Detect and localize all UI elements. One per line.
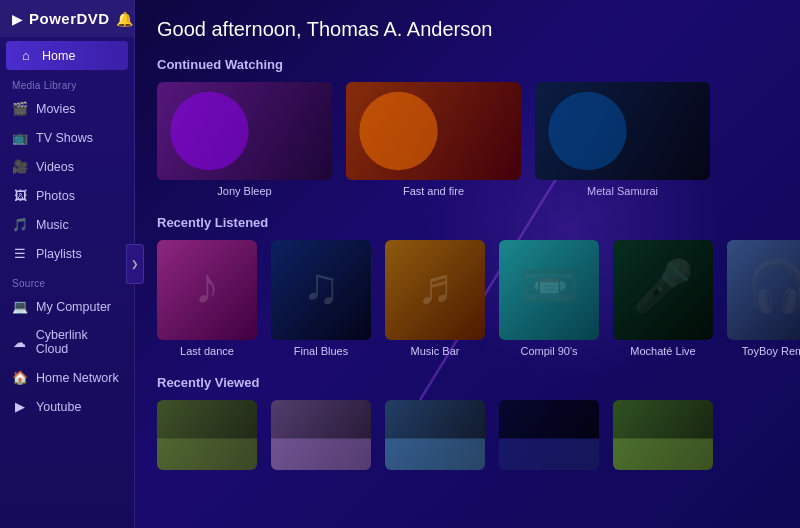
sidebar-item-youtube[interactable]: ▶ Youtube xyxy=(0,392,134,421)
media-card-rv2[interactable] xyxy=(271,400,371,470)
sidebar-item-label: Youtube xyxy=(36,400,81,414)
media-card-metal-samurai[interactable]: Metal Samurai xyxy=(535,82,710,197)
media-label-compil-90s: Compil 90's xyxy=(520,345,577,357)
photos-icon: 🖼 xyxy=(12,188,28,203)
media-thumb-final-blues xyxy=(271,240,371,340)
media-card-music-bar[interactable]: Music Bar xyxy=(385,240,485,357)
media-thumb-rv2 xyxy=(271,400,371,470)
sidebar-header: ▶ PowerDVD 🔔 xyxy=(0,0,134,37)
media-card-compil-90s[interactable]: Compil 90's xyxy=(499,240,599,357)
continued-watching-section: Continued Watching Jony Bleep Fast and f… xyxy=(157,57,778,197)
media-card-rv3[interactable] xyxy=(385,400,485,470)
media-thumb-rv1 xyxy=(157,400,257,470)
cloud-icon: ☁ xyxy=(12,335,28,350)
sidebar-collapse-button[interactable]: ❯ xyxy=(126,244,144,284)
media-thumb-rv5 xyxy=(613,400,713,470)
movies-icon: 🎬 xyxy=(12,101,28,116)
media-card-mochate-live[interactable]: Mochaté Live xyxy=(613,240,713,357)
sidebar-item-label: Cyberlink Cloud xyxy=(36,328,122,356)
media-label-metal-samurai: Metal Samurai xyxy=(587,185,658,197)
media-thumb-last-dance xyxy=(157,240,257,340)
media-card-rv5[interactable] xyxy=(613,400,713,470)
continued-watching-title: Continued Watching xyxy=(157,57,778,72)
main-content: Good afternoon, Thomas A. Anderson Conti… xyxy=(135,0,800,528)
media-card-toyboy-remix[interactable]: ToyBoy Remix xyxy=(727,240,800,357)
media-label-toyboy-remix: ToyBoy Remix xyxy=(742,345,800,357)
tvshows-icon: 📺 xyxy=(12,130,28,145)
sidebar-item-label: Photos xyxy=(36,189,75,203)
media-card-rv1[interactable] xyxy=(157,400,257,470)
sidebar-item-photos[interactable]: 🖼 Photos xyxy=(0,181,134,210)
media-thumb-rv3 xyxy=(385,400,485,470)
media-thumb-rv4 xyxy=(499,400,599,470)
media-card-fast-fire[interactable]: Fast and fire xyxy=(346,82,521,197)
sidebar-item-home[interactable]: ⌂ Home xyxy=(6,41,128,70)
media-label-mochate-live: Mochaté Live xyxy=(630,345,695,357)
youtube-icon: ▶ xyxy=(12,399,28,414)
sidebar-item-mycomputer[interactable]: 💻 My Computer xyxy=(0,292,134,321)
sidebar-item-music[interactable]: 🎵 Music xyxy=(0,210,134,239)
media-thumb-jony-bleep xyxy=(157,82,332,180)
sidebar-item-label: Music xyxy=(36,218,69,232)
media-thumb-fast-fire xyxy=(346,82,521,180)
home-icon: ⌂ xyxy=(18,48,34,63)
media-label-fast-fire: Fast and fire xyxy=(403,185,464,197)
media-card-rv4[interactable] xyxy=(499,400,599,470)
media-label-last-dance: Last dance xyxy=(180,345,234,357)
sidebar-section-source: Source xyxy=(0,268,134,292)
media-label-music-bar: Music Bar xyxy=(411,345,460,357)
continued-watching-row: Jony Bleep Fast and fire Metal Samurai xyxy=(157,82,778,197)
sidebar-item-label: Movies xyxy=(36,102,76,116)
music-icon: 🎵 xyxy=(12,217,28,232)
sidebar-item-label: My Computer xyxy=(36,300,111,314)
sidebar-item-tvshows[interactable]: 📺 TV Shows xyxy=(0,123,134,152)
sidebar-item-label: Playlists xyxy=(36,247,82,261)
app-logo-icon: ▶ xyxy=(12,11,23,27)
recently-listened-section: Recently Listened Last dance Final Blues… xyxy=(157,215,778,357)
sidebar-item-label: TV Shows xyxy=(36,131,93,145)
media-label-jony-bleep: Jony Bleep xyxy=(217,185,271,197)
media-thumb-compil-90s xyxy=(499,240,599,340)
sidebar-item-videos[interactable]: 🎥 Videos xyxy=(0,152,134,181)
computer-icon: 💻 xyxy=(12,299,28,314)
media-card-last-dance[interactable]: Last dance xyxy=(157,240,257,357)
greeting-text: Good afternoon, Thomas A. Anderson xyxy=(157,18,778,41)
sidebar-item-movies[interactable]: 🎬 Movies xyxy=(0,94,134,123)
media-thumb-metal-samurai xyxy=(535,82,710,180)
videos-icon: 🎥 xyxy=(12,159,28,174)
app-title: PowerDVD xyxy=(29,10,110,27)
sidebar-item-label: Home xyxy=(42,49,75,63)
sidebar-nav: ⌂ Home Media Library 🎬 Movies 📺 TV Shows… xyxy=(0,37,134,425)
recently-viewed-row xyxy=(157,400,778,470)
playlists-icon: ☰ xyxy=(12,246,28,261)
sidebar-item-playlists[interactable]: ☰ Playlists xyxy=(0,239,134,268)
sidebar-item-label: Videos xyxy=(36,160,74,174)
media-thumb-music-bar xyxy=(385,240,485,340)
recently-listened-title: Recently Listened xyxy=(157,215,778,230)
media-thumb-mochate-live xyxy=(613,240,713,340)
network-icon: 🏠 xyxy=(12,370,28,385)
sidebar-item-label: Home Network xyxy=(36,371,119,385)
media-card-jony-bleep[interactable]: Jony Bleep xyxy=(157,82,332,197)
recently-viewed-section: Recently Viewed xyxy=(157,375,778,470)
sidebar-item-home-network[interactable]: 🏠 Home Network xyxy=(0,363,134,392)
recently-listened-row: Last dance Final Blues Music Bar Compil … xyxy=(157,240,778,357)
sidebar: ▶ PowerDVD 🔔 ⌂ Home Media Library 🎬 Movi… xyxy=(0,0,135,528)
sidebar-item-cyberlink-cloud[interactable]: ☁ Cyberlink Cloud xyxy=(0,321,134,363)
recently-viewed-title: Recently Viewed xyxy=(157,375,778,390)
sidebar-section-media-library: Media Library xyxy=(0,70,134,94)
media-label-final-blues: Final Blues xyxy=(294,345,348,357)
media-thumb-toyboy-remix xyxy=(727,240,800,340)
media-card-final-blues[interactable]: Final Blues xyxy=(271,240,371,357)
notification-bell-icon[interactable]: 🔔 xyxy=(116,11,133,27)
